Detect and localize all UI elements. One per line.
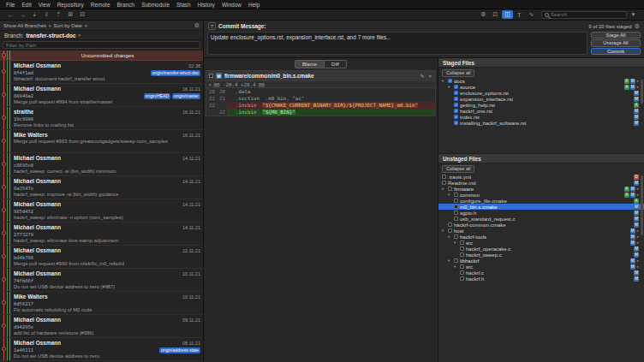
tree-file-row[interactable]: .travis.ymlD [438,174,644,180]
commit-row[interactable]: Michael Ossmann14.11.21c8695e0hackrf_swe… [0,153,203,176]
tree-file-row[interactable]: hackrf.cM [438,270,644,276]
menu-item-edit[interactable]: Edit [18,1,34,9]
menu-item-history[interactable]: History [194,1,218,9]
collapse-hunk-icon[interactable]: ▾ [209,82,212,87]
chevron-down-icon[interactable]: ▾ [442,78,446,84]
tree-dir-row[interactable]: ▾firmwareAM▸ [438,186,644,192]
tree-dir-row[interactable]: ▾hostM▸ [438,228,644,234]
stage-checkbox[interactable] [442,175,446,179]
close-icon[interactable]: × [427,74,432,79]
tree-dir-row[interactable]: ▾libhackrfM▸ [438,258,644,264]
stage-checkbox[interactable] [460,264,464,269]
stage-checkbox[interactable] [454,193,458,197]
menu-item-stash[interactable]: Stash [173,1,194,9]
stage-checkbox[interactable] [454,199,458,203]
commit-row[interactable]: Michael Ossmann09.11.21d94295eadd list o… [0,315,203,338]
unstaged-collapse-all-button[interactable]: Collapse all [442,165,474,173]
gear-icon[interactable]: ⚙ [635,23,640,30]
menu-item-window[interactable]: Window [218,1,245,9]
forward-icon[interactable]: → [17,10,28,19]
commit-row[interactable]: straithe16.11.2119c9990Remove links to m… [0,107,203,130]
tab-diff[interactable]: Diff [325,60,347,68]
commit-button[interactable]: Commit [591,48,641,55]
stage-checkbox[interactable] [454,109,458,113]
tree-dir-row[interactable]: ▾commonAM▸ [438,192,644,198]
tree-file-row[interactable]: index.rstM [438,114,644,120]
log-icon[interactable]: ∿ [526,10,537,19]
tree-file-row[interactable]: hackrf-common.cmakeM [438,222,644,228]
stage-checkbox[interactable] [460,246,464,251]
staged-scrollbar[interactable] [641,80,643,104]
tree-file-row[interactable]: getting_help.rstA [438,102,644,108]
current-branch-row[interactable]: Branch: transfer-struct-doc ▾ [0,31,203,40]
stage-checkbox[interactable] [454,97,458,101]
commit-row[interactable]: Michael Ossmann14.11.212773279hackrf_swe… [0,223,203,246]
push-icon[interactable]: ⇡ [53,10,64,19]
stage-all-button[interactable]: Stage All [591,32,641,39]
stage-checkbox[interactable] [460,252,464,257]
commit-row[interactable]: Michael Ossmann16.11.2180948a2origin/HEA… [0,84,203,107]
menu-item-file[interactable]: File [3,1,18,9]
unstaged-scrollbar[interactable] [641,175,643,235]
stage-checkbox[interactable] [454,115,458,119]
tree-dir-row[interactable]: ▾sourceAM▸ [438,84,644,90]
stage-checkbox[interactable] [460,276,464,281]
overflow-chevron-icon[interactable]: ▾ [628,10,639,19]
split-view-icon[interactable]: ◫ [502,10,513,19]
edit-icon[interactable]: ✎ [419,73,425,79]
menu-item-help[interactable]: Help [245,1,263,9]
chevron-down-icon[interactable]: ▾ [442,228,446,234]
commit-row[interactable]: Michael Ossmann02:380f4f1adorigin/transf… [0,61,203,84]
commit-row[interactable]: Mike Walters16.11.21Merge pull request #… [0,130,203,153]
stage-checkbox[interactable] [448,223,452,227]
tree-dir-row[interactable]: ▾hackrf-toolsM▸ [438,234,644,240]
chevron-down-icon[interactable]: ▾ [448,234,452,240]
tree-file-row[interactable]: hackrf_sweep.cM [438,252,644,258]
chevron-down-icon[interactable]: ▾ [448,84,452,90]
show-all-branches-dropdown[interactable]: Show All Branches [3,23,46,28]
menu-item-remote[interactable]: Remote [87,1,114,9]
menu-item-submodule[interactable]: Submodule [138,1,173,9]
commit-row[interactable]: Mike Walters10.11.216d56217Fix automatic… [0,292,203,315]
gear-icon[interactable]: ⚙ [194,22,200,29]
tree-file-row[interactable]: enclosure_options.rstM [438,90,644,96]
diff-file-header[interactable]: M firmware/common/m0_bin.s.cmake ✎ × [206,71,435,80]
terminal-icon[interactable]: T [514,10,525,19]
stage-checkbox[interactable] [454,103,458,107]
tree-file-row[interactable]: sgpio.hM [438,210,644,216]
chevron-down-icon[interactable]: ▾ [454,240,458,246]
tree-file-row[interactable]: installing_hackrf_software.rstM [438,120,644,126]
menu-item-view[interactable]: View [35,1,54,9]
stage-checkbox[interactable] [454,85,458,89]
commit-message-input[interactable]: Update enclosure_options.rst, expansion_… [207,32,587,55]
unstage-all-button[interactable]: Unstage All [591,39,641,46]
commit-row[interactable]: Michael Ossmann10.11.2174fb86fDo not set… [0,269,203,292]
filter-by-path-input[interactable] [3,41,200,49]
stage-checkbox[interactable] [448,187,452,191]
stage-checkbox[interactable] [454,217,458,221]
pop-stash-icon[interactable]: ⊟ [77,10,88,19]
stage-checkbox[interactable] [454,205,458,209]
tab-blame[interactable]: Blame [295,60,325,68]
file-stage-checkbox[interactable] [209,74,213,78]
chevron-down-icon[interactable]: ▾ [442,186,446,192]
chevron-down-icon[interactable]: ▾ [448,258,452,264]
stage-checkbox[interactable] [454,258,458,263]
search-box[interactable] [541,11,627,19]
settings-icon[interactable]: ⚙ [478,10,489,19]
staged-collapse-all-button[interactable]: Collapse all [442,69,474,77]
tree-file-row[interactable]: m0_bin.s.cmakeM [438,204,644,210]
chevron-down-icon[interactable]: ▾ [448,192,452,198]
uncommitted-changes-row[interactable]: Uncommitted changes [0,50,203,61]
fetch-icon[interactable]: ⇣ [29,10,40,19]
pull-icon[interactable]: ⇩ [41,10,52,19]
tree-file-row[interactable]: hackrf_operacake.cM [438,246,644,252]
menu-item-repository[interactable]: Repository [54,1,87,9]
sort-by-dropdown[interactable]: Sort by Date [54,23,82,28]
tree-file-row[interactable]: hackrf_one.rstM [438,108,644,114]
tree-file-row[interactable]: configure_file.cmakeA [438,198,644,204]
tree-file-row[interactable]: usb_standard_request.cM [438,216,644,222]
tree-dir-row[interactable]: ▾srcM▸ [438,240,644,246]
stage-checkbox[interactable] [460,240,464,245]
tree-dir-row[interactable]: ▾srcM▸ [438,264,644,270]
